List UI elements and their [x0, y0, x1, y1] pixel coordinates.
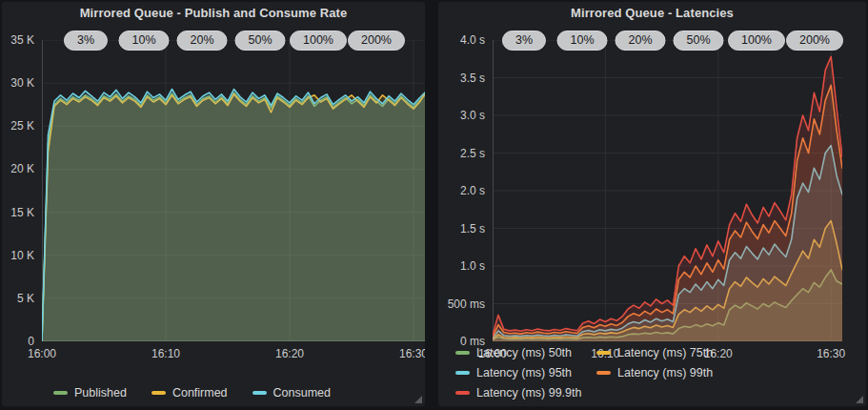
legend-rate: PublishedConfirmedConsumed: [53, 386, 415, 400]
legend-item-consumed[interactable]: Consumed: [252, 386, 331, 400]
annotation-badge-20[interactable]: 20%: [615, 31, 665, 51]
annotation-badge-20[interactable]: 20%: [176, 31, 227, 51]
legend-label: Published: [74, 386, 127, 400]
y-tick-label: 1.0 s: [460, 259, 485, 273]
panel-title[interactable]: Mirrored Queue - Latencies: [438, 6, 866, 20]
annotation-badge-50[interactable]: 50%: [234, 31, 285, 51]
legend-swatch: [151, 391, 166, 395]
legend-label: Latency (ms) 50th: [476, 346, 572, 359]
x-tick-label: 16:00: [28, 347, 56, 360]
annotation-badge-10[interactable]: 10%: [118, 31, 169, 51]
legend-item-latency-ms-75th[interactable]: Latency (ms) 75th: [596, 346, 713, 359]
annotation-badge-10[interactable]: 10%: [556, 31, 607, 51]
y-tick-label: 30 K: [10, 76, 34, 90]
y-tick-label: 4.0 s: [460, 33, 485, 47]
legend-label: Latency (ms) 99.9th: [476, 386, 581, 400]
dashboard: Mirrored Queue - Publish and Consume Rat…: [0, 0, 868, 410]
x-tick-label: 16:10: [151, 347, 180, 360]
y-tick-label: 0: [28, 335, 34, 348]
legend-item-latency-ms-50th[interactable]: Latency (ms) 50th: [455, 346, 572, 359]
y-tick-label: 2.5 s: [460, 147, 485, 160]
legend-swatch: [53, 391, 68, 395]
chart-plot-rate[interactable]: [42, 40, 425, 341]
legend-swatch: [455, 371, 470, 375]
legend-label: Confirmed: [172, 386, 228, 400]
y-tick-label: 25 K: [10, 119, 34, 133]
y-tick-label: 35 K: [10, 33, 34, 47]
panel-resize-handle[interactable]: [856, 396, 863, 403]
legend-item-published[interactable]: Published: [53, 386, 127, 400]
y-tick-label: 15 K: [10, 206, 34, 219]
y-tick-label: 5 K: [17, 292, 34, 305]
x-tick-label: 16:30: [399, 347, 425, 360]
annotation-badge-100[interactable]: 100%: [728, 31, 785, 51]
legend-label: Latency (ms) 95th: [476, 366, 572, 379]
legend-label: Latency (ms) 99th: [617, 366, 713, 379]
annotation-badge-200[interactable]: 200%: [348, 31, 405, 51]
y-tick-label: 500 ms: [448, 297, 485, 311]
annotation-badge-200[interactable]: 200%: [786, 31, 843, 51]
legend-item-latency-ms-99-9th[interactable]: Latency (ms) 99.9th: [455, 386, 581, 400]
legend-swatch: [596, 371, 611, 375]
annotation-badge-100[interactable]: 100%: [290, 31, 347, 51]
y-tick-label: 10 K: [10, 249, 34, 262]
legend-swatch: [596, 351, 611, 355]
y-tick-label: 3.0 s: [460, 109, 485, 122]
x-tick-label: 16:20: [275, 347, 304, 360]
legend-swatch: [455, 391, 470, 395]
annotation-badge-3[interactable]: 3%: [64, 31, 108, 51]
legend-swatch: [455, 351, 470, 355]
panel-latencies: Mirrored Queue - Latencies 3%10%20%50%10…: [438, 2, 866, 406]
panel-publish-consume-rate: Mirrored Queue - Publish and Consume Rat…: [2, 2, 425, 406]
chart-plot-latencies[interactable]: [493, 40, 842, 341]
legend-item-latency-ms-95th[interactable]: Latency (ms) 95th: [455, 366, 572, 379]
y-tick-label: 20 K: [10, 162, 34, 175]
legend-latencies: Latency (ms) 50thLatency (ms) 75thLatenc…: [455, 346, 853, 400]
y-tick-label: 2.0 s: [460, 184, 485, 197]
panel-resize-handle[interactable]: [414, 396, 422, 403]
panel-title[interactable]: Mirrored Queue - Publish and Consume Rat…: [2, 6, 425, 20]
legend-item-confirmed[interactable]: Confirmed: [151, 386, 228, 400]
y-tick-label: 1.5 s: [460, 222, 485, 236]
annotation-badge-3[interactable]: 3%: [502, 31, 546, 51]
y-tick-label: 3.5 s: [460, 72, 485, 85]
legend-item-latency-ms-99th[interactable]: Latency (ms) 99th: [596, 366, 713, 379]
legend-label: Latency (ms) 75th: [617, 346, 713, 359]
legend-label: Consumed: [273, 386, 331, 400]
legend-swatch: [252, 391, 267, 395]
annotation-badge-50[interactable]: 50%: [673, 31, 723, 51]
